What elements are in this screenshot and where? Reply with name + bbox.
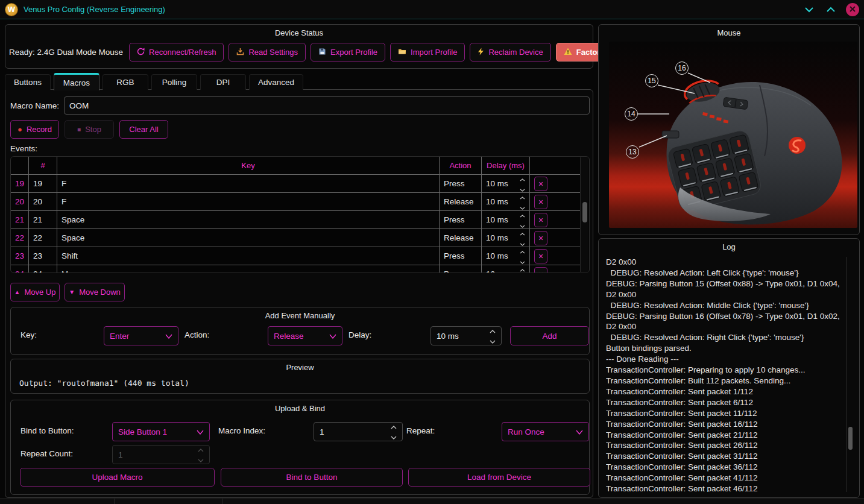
export-profile-button[interactable]: Export Profile <box>311 43 385 61</box>
log-line: TransactionController: Sent packet 21/11… <box>606 430 846 441</box>
row-header[interactable]: 19 <box>11 175 29 193</box>
spin-up-icon[interactable] <box>520 247 525 256</box>
spin-arrows[interactable] <box>520 193 525 211</box>
spin-arrows[interactable] <box>520 265 525 273</box>
stop-button[interactable]: ■ Stop <box>65 120 114 139</box>
row-header[interactable]: 23 <box>11 247 29 265</box>
minimize-button[interactable] <box>803 3 816 16</box>
callout-13: 13 <box>626 145 639 159</box>
row-header[interactable]: 24 <box>11 265 29 273</box>
record-button[interactable]: ● Record <box>10 120 59 139</box>
spin-up-icon[interactable] <box>391 422 397 431</box>
log-output[interactable]: D2 0x00 DEBUG: Resolved Action: Left Cli… <box>606 257 846 492</box>
delete-event-button[interactable]: × <box>534 195 547 209</box>
delete-event-button[interactable]: × <box>534 213 547 227</box>
delete-event-button[interactable]: × <box>534 231 547 245</box>
key-dropdown[interactable]: Enter <box>104 326 178 345</box>
spin-up-icon[interactable] <box>520 175 525 183</box>
events-table-header: #KeyActionDelay (ms) <box>11 157 581 175</box>
move-up-button[interactable]: ▲ Move Up <box>10 283 60 301</box>
tab-rgb[interactable]: RGB <box>102 74 148 90</box>
repeat-count-spinbox[interactable]: 1 <box>112 445 210 464</box>
device-status-text: Ready: 2.4G Dual Mode Mouse <box>9 48 123 57</box>
bottom-edge-bar <box>0 498 864 504</box>
reclaim-device-button[interactable]: Reclaim Device <box>470 43 550 61</box>
load-from-device-button[interactable]: Load from Device <box>408 468 590 487</box>
row-header[interactable]: 20 <box>11 193 29 211</box>
delay-value: 10 ms <box>486 215 508 224</box>
event-row[interactable]: 2323ShiftPress10 ms× <box>11 247 581 265</box>
chevron-down-icon <box>197 427 204 436</box>
log-line: DEBUG: Resolved Action: Right Click {'ty… <box>606 332 846 343</box>
column-header <box>11 157 29 175</box>
spin-arrows[interactable] <box>520 229 525 247</box>
event-delete-cell: × <box>530 229 581 247</box>
event-row[interactable]: 2222SpaceRelease10 ms× <box>11 229 581 247</box>
event-key-cell: Space <box>57 211 440 229</box>
event-row[interactable]: 1919FPress10 ms× <box>11 175 581 193</box>
move-down-button[interactable]: ▼ Move Down <box>65 283 125 301</box>
event-key-cell: M <box>57 265 440 273</box>
events-scrollbar[interactable] <box>580 157 588 272</box>
events-label: Events: <box>10 144 37 153</box>
spin-up-icon[interactable] <box>520 229 525 238</box>
delete-event-button[interactable]: × <box>534 249 547 263</box>
maximize-button[interactable] <box>824 3 837 16</box>
spin-up-icon[interactable] <box>520 265 525 273</box>
callout-14: 14 <box>625 107 638 121</box>
bottom-segment <box>115 499 223 504</box>
stop-icon: ■ <box>77 127 81 133</box>
tab-buttons[interactable]: Buttons <box>5 74 51 90</box>
spin-down-icon[interactable] <box>520 257 525 266</box>
event-delay-cell: 10 ms <box>482 175 530 193</box>
macro-index-spinbox[interactable]: 1 <box>314 422 403 441</box>
spin-down-icon[interactable] <box>520 239 525 248</box>
clear-all-button[interactable]: Clear All <box>119 120 168 139</box>
spin-arrows[interactable] <box>520 247 525 265</box>
log-scrollbar[interactable] <box>846 257 853 492</box>
log-scrollbar-thumb[interactable] <box>848 427 853 450</box>
spin-up-icon[interactable] <box>490 326 496 335</box>
chevron-down-icon <box>329 332 336 341</box>
tab-polling[interactable]: Polling <box>151 74 197 90</box>
spin-arrows[interactable] <box>520 175 525 193</box>
macro-name-label: Macro Name: <box>10 101 59 110</box>
spin-down-icon[interactable] <box>520 221 525 230</box>
spin-up-icon[interactable] <box>520 193 525 201</box>
upload-macro-button[interactable]: Upload Macro <box>20 468 215 487</box>
bind-to-button-dropdown[interactable]: Side Button 1 <box>112 422 210 441</box>
event-row[interactable]: 2020FRelease10 ms× <box>11 193 581 211</box>
row-header[interactable]: 22 <box>11 229 29 247</box>
macro-name-input[interactable] <box>64 96 590 115</box>
spin-down-icon[interactable] <box>520 203 525 212</box>
bind-to-button-button[interactable]: Bind to Button <box>221 468 403 487</box>
log-line: D2 0x00 <box>606 257 846 268</box>
repeat-dropdown[interactable]: Run Once <box>502 422 589 441</box>
delete-event-button[interactable]: × <box>534 267 547 274</box>
key-label: Key: <box>20 330 37 339</box>
spin-arrows[interactable] <box>520 211 525 229</box>
log-line: D2 0x00 <box>606 289 846 300</box>
add-event-button[interactable]: Add <box>510 326 589 345</box>
close-button[interactable] <box>846 3 859 16</box>
tab-macros[interactable]: Macros <box>54 73 99 90</box>
tab-dpi[interactable]: DPI <box>200 74 246 90</box>
dropdown-value: Side Button 1 <box>118 427 167 436</box>
delete-event-button[interactable]: × <box>534 177 547 191</box>
event-row[interactable]: 2121SpacePress10 ms× <box>11 211 581 229</box>
reconnect-refresh-button[interactable]: Reconnect/Refresh <box>129 43 224 61</box>
action-dropdown[interactable]: Release <box>268 326 342 345</box>
spin-down-icon[interactable] <box>391 432 397 441</box>
event-row[interactable]: 2424MPress10 ms× <box>11 265 581 273</box>
spin-down-icon[interactable] <box>490 336 496 345</box>
record-icon: ● <box>17 125 22 133</box>
tab-advanced[interactable]: Advanced <box>249 74 303 90</box>
events-scrollbar-thumb[interactable] <box>582 202 587 222</box>
row-header[interactable]: 21 <box>11 211 29 229</box>
import-profile-button[interactable]: Import Profile <box>390 43 465 61</box>
log-line: TransactionController: Preparing to appl… <box>606 365 846 376</box>
read-settings-button[interactable]: Read Settings <box>229 43 306 61</box>
spin-up-icon[interactable] <box>520 211 525 219</box>
delay-spinbox[interactable]: 10 ms <box>430 326 502 345</box>
spin-down-icon[interactable] <box>520 184 525 194</box>
